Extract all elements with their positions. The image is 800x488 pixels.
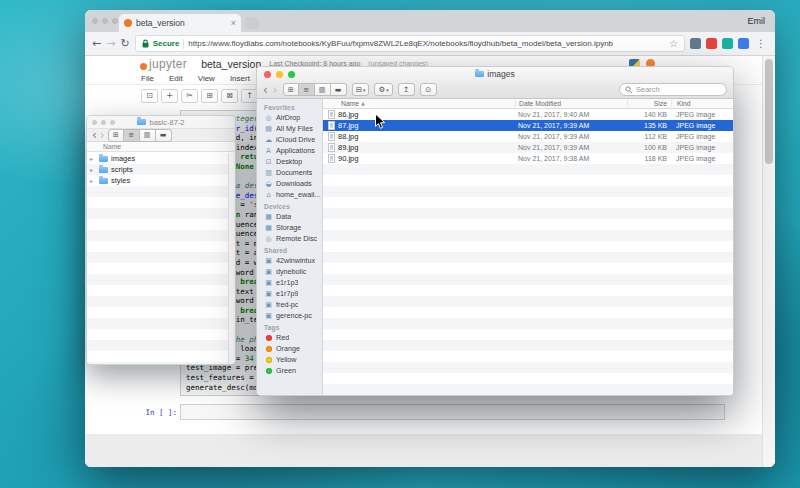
minimize-button[interactable]: [276, 71, 283, 78]
extension-icon-3[interactable]: [722, 38, 733, 49]
sidebar-item-applications[interactable]: AApplications: [257, 145, 322, 156]
share-button[interactable]: ↥: [398, 83, 415, 96]
zoom-button[interactable]: [110, 120, 115, 125]
back-icon[interactable]: ‹: [92, 129, 97, 141]
file-row-89-jpg[interactable]: 89.jpgNov 21, 2017, 9:39 AM100 KBJPEG im…: [323, 142, 733, 153]
menu-insert[interactable]: Insert: [230, 74, 250, 83]
sidebar-item-remote-disc[interactable]: ◎Remote Disc: [257, 233, 322, 244]
folder-row-styles[interactable]: ▸styles: [87, 175, 235, 186]
sidebar-item-e1r1p3[interactable]: ▣e1r1p3: [257, 277, 322, 288]
search-input[interactable]: Search: [619, 83, 727, 96]
sidebar-item-green[interactable]: Green: [257, 365, 322, 376]
forward-icon[interactable]: ›: [100, 129, 105, 141]
zoom-window-button[interactable]: [112, 18, 118, 24]
sidebar-item-desktop[interactable]: ⊡Desktop: [257, 156, 322, 167]
close-window-button[interactable]: [92, 18, 98, 24]
scrollbar-thumb[interactable]: [765, 59, 773, 164]
project-window-titlebar[interactable]: basic-87-2: [87, 116, 235, 129]
bookmark-star-icon[interactable]: ☆: [669, 38, 678, 49]
file-row-88-jpg[interactable]: 88.jpgNov 21, 2017, 9:39 AM112 KBJPEG im…: [323, 131, 733, 142]
sidebar-item-all-my-files[interactable]: ▤All My Files: [257, 123, 322, 134]
sidebar-item-downloads[interactable]: ◒Downloads: [257, 178, 322, 189]
copy-cell-button[interactable]: ⊞: [201, 89, 218, 103]
new-tab-button[interactable]: [245, 17, 259, 29]
sidebar-item-e1r7p9[interactable]: ▣e1r7p9: [257, 288, 322, 299]
close-button[interactable]: [92, 120, 97, 125]
column-view-icon[interactable]: ▥: [315, 83, 331, 96]
gear-icon: ⚙: [378, 85, 385, 94]
save-button[interactable]: ⊡: [141, 89, 158, 103]
page-scrollbar[interactable]: [762, 56, 775, 467]
folder-row-images[interactable]: ▸images: [87, 153, 235, 164]
sidebar-item-dynebolic[interactable]: ▣dynebolic: [257, 266, 322, 277]
sidebar-item-fred-pc[interactable]: ▣fred-pc: [257, 299, 322, 310]
cut-cell-button[interactable]: ✂: [181, 89, 198, 103]
sidebar-item-label: Yellow: [276, 355, 297, 364]
save-icon: ⊡: [146, 92, 153, 100]
extension-icon-1[interactable]: [690, 38, 701, 49]
file-row-87-jpg[interactable]: 87.jpgNov 21, 2017, 9:39 AM135 KBJPEG im…: [323, 120, 733, 131]
back-icon[interactable]: ‹: [263, 84, 268, 96]
sidebar-item-gerence-pc[interactable]: ▣gerence-pc: [257, 310, 322, 321]
sidebar-item-yellow[interactable]: Yellow: [257, 354, 322, 365]
url-text[interactable]: https://www.floydlabs.com/notebooks/KyBF…: [188, 39, 665, 48]
project-file-list: ▸images▸scripts▸styles: [87, 153, 235, 364]
project-scrollbar[interactable]: [228, 153, 235, 364]
sidebar-item-orange[interactable]: Orange: [257, 343, 322, 354]
sidebar-item-storage[interactable]: ▦Storage: [257, 222, 322, 233]
back-icon[interactable]: ←: [92, 38, 101, 49]
menu-view[interactable]: View: [198, 74, 215, 83]
paste-cell-button[interactable]: ⊠: [221, 89, 238, 103]
sidebar-item-icloud-drive[interactable]: ☁iCloud Drive: [257, 134, 322, 145]
sidebar-item-home-ewail[interactable]: ⌂home_ewail...: [257, 189, 322, 200]
sidebar-item-data[interactable]: ▦Data: [257, 211, 322, 222]
list-view-icon[interactable]: ≡: [299, 83, 315, 96]
column-view-icon[interactable]: ▥: [140, 129, 156, 142]
add-cell-button[interactable]: +: [161, 89, 178, 103]
notebook-title[interactable]: beta_version: [201, 58, 261, 70]
forward-icon[interactable]: →: [106, 38, 115, 49]
minimize-window-button[interactable]: [102, 18, 108, 24]
file-row-86-jpg[interactable]: 86.jpgNov 21, 2017, 9:40 AM140 KBJPEG im…: [323, 109, 733, 120]
icon-view-icon[interactable]: ⊞: [283, 83, 299, 96]
column-header-date-modified[interactable]: Date Modified: [515, 100, 627, 107]
reload-icon[interactable]: ↻: [120, 38, 129, 49]
extension-icon-2[interactable]: [706, 38, 717, 49]
tags-button[interactable]: ⊙: [420, 83, 437, 96]
sidebar-item-label: All My Files: [276, 124, 313, 133]
file-size: 135 KB: [627, 122, 671, 129]
menu-file[interactable]: File: [141, 74, 154, 83]
sidebar-item-label: gerence-pc: [276, 311, 312, 320]
zoom-button[interactable]: [288, 71, 295, 78]
column-header-size[interactable]: Size: [627, 100, 671, 107]
forward-icon[interactable]: ›: [273, 84, 278, 96]
icon-view-icon[interactable]: ⊞: [108, 129, 124, 142]
action-button[interactable]: ⚙ ▾: [374, 83, 392, 96]
secure-lock-icon: [142, 39, 149, 48]
sidebar-item-documents[interactable]: ▥Documents: [257, 167, 322, 178]
project-column-header[interactable]: Name: [87, 142, 235, 152]
coverflow-view-icon[interactable]: ▬: [156, 129, 172, 142]
list-view-icon[interactable]: ≡: [124, 129, 140, 142]
finder-titlebar[interactable]: images: [257, 67, 733, 81]
address-bar[interactable]: Secure https://www.floydlabs.com/noteboo…: [135, 35, 685, 52]
file-row-90-jpg[interactable]: 90.jpgNov 21, 2017, 9:38 AM118 KBJPEG im…: [323, 153, 733, 164]
close-button[interactable]: [264, 71, 271, 78]
column-header-kind[interactable]: Kind: [671, 100, 733, 107]
folder-row-scripts[interactable]: ▸scripts: [87, 164, 235, 175]
extension-icon-4[interactable]: [738, 38, 749, 49]
minimize-button[interactable]: [101, 120, 106, 125]
coverflow-view-icon[interactable]: ▬: [331, 83, 347, 96]
menu-edit[interactable]: Edit: [169, 74, 183, 83]
sidebar-item-42winwintux[interactable]: ▣42winwintux: [257, 255, 322, 266]
arrange-button[interactable]: ⊟ ▾: [352, 83, 370, 96]
folder-proxy-icon: [475, 71, 484, 77]
browser-tab[interactable]: beta_version ×: [119, 14, 241, 32]
browser-menu-icon[interactable]: ⋮: [754, 38, 768, 49]
column-header-name[interactable]: Name ▲: [323, 100, 515, 107]
sidebar-item-red[interactable]: Red: [257, 332, 322, 343]
tab-close-icon[interactable]: ×: [231, 19, 236, 28]
sidebar-item-airdrop[interactable]: ◎AirDrop: [257, 112, 322, 123]
profile-name[interactable]: Emil: [748, 16, 776, 26]
empty-code-cell[interactable]: [180, 404, 725, 420]
